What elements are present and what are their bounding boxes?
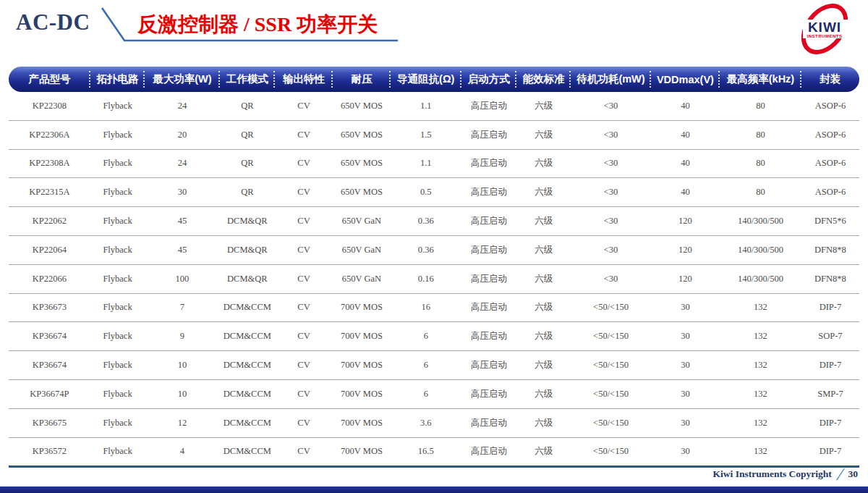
table-cell: 六级: [516, 322, 571, 351]
table-cell: DIP-7: [801, 351, 859, 380]
table-row: KP22064Flyback45DCM&QRCV650V GaN0.36高压启动…: [9, 235, 859, 264]
table-cell: Flyback: [90, 120, 145, 149]
table-cell: DCM&QR: [220, 235, 275, 264]
table-row: KP36674Flyback10DCM&CCMCV700V MOS6高压启动六级…: [9, 351, 859, 380]
table-cell: Flyback: [90, 379, 145, 408]
table-row: KP22308AFlyback24QRCV650V MOS1.1高压启动六级<3…: [9, 149, 859, 178]
table-cell: KP36673: [9, 293, 90, 322]
table-cell: <30: [571, 264, 651, 293]
table-cell: 高压启动: [461, 379, 516, 408]
table-cell: 80: [720, 92, 801, 120]
table-cell: 高压启动: [461, 351, 516, 380]
table-cell: Flyback: [90, 92, 145, 120]
table-cell: CV: [275, 379, 333, 408]
table-cell: 30: [651, 293, 720, 322]
page-number: 30: [848, 468, 859, 480]
logo-brand-text: KIWI: [808, 20, 841, 35]
column-header-7: 启动方式: [461, 67, 516, 92]
table-cell: 24: [145, 149, 219, 178]
table-cell: KP22315A: [9, 178, 90, 207]
table-cell: CV: [275, 120, 333, 149]
table-cell: 650V MOS: [333, 178, 391, 207]
table-cell: 高压启动: [461, 264, 516, 293]
table-cell: KP36674P: [9, 379, 90, 408]
table-cell: DCM&CCM: [220, 293, 275, 322]
table-cell: 30: [651, 322, 720, 351]
table-row: KP36674PFlyback10DCM&CCMCV700V MOS6高压启动六…: [9, 379, 859, 408]
table-cell: 120: [651, 264, 720, 293]
table-cell: Flyback: [90, 207, 145, 236]
table-cell: 132: [720, 293, 801, 322]
column-header-11: 最高频率(kHz): [720, 67, 801, 92]
table-cell: CV: [275, 207, 333, 236]
title-bar: AC-DC 反激控制器 / SSR 功率开关 KIWI INSTRUMENTS: [0, 0, 868, 65]
table-cell: KP22066: [9, 264, 90, 293]
table-cell: CV: [275, 264, 333, 293]
table-cell: DCM&CCM: [220, 351, 275, 380]
table-cell: 650V MOS: [333, 92, 391, 120]
table-cell: 100: [145, 264, 219, 293]
column-header-6: 导通阻抗(Ω): [391, 67, 461, 92]
bottom-accent-bar: [0, 486, 868, 493]
table-cell: 132: [720, 408, 801, 437]
table-cell: <30: [571, 178, 651, 207]
table-cell: DIP-7: [801, 293, 859, 322]
table-cell: DFN8*8: [801, 235, 859, 264]
table-cell: 40: [651, 92, 720, 120]
table-cell: ASOP-6: [801, 178, 859, 207]
table-cell: Flyback: [90, 408, 145, 437]
table-cell: 40: [651, 178, 720, 207]
table-cell: <30: [571, 149, 651, 178]
table-cell: 六级: [516, 207, 571, 236]
table-row: KP22066Flyback100DCM&QRCV650V GaN0.16高压启…: [9, 264, 859, 293]
column-header-3: 工作模式: [220, 67, 275, 92]
table-cell: 0.36: [391, 235, 461, 264]
table-cell: DIP-7: [801, 408, 859, 437]
table-cell: 120: [651, 235, 720, 264]
table-cell: Flyback: [90, 293, 145, 322]
table-cell: 六级: [516, 149, 571, 178]
table-cell: 六级: [516, 379, 571, 408]
table-cell: 六级: [516, 351, 571, 380]
table-cell: 30: [145, 178, 219, 207]
table-cell: 0.5: [391, 178, 461, 207]
table-cell: CV: [275, 235, 333, 264]
table-cell: KP22306A: [9, 120, 90, 149]
table-cell: 高压启动: [461, 178, 516, 207]
table-cell: 40: [651, 149, 720, 178]
table-row: KP22062Flyback45DCM&QRCV650V GaN0.36高压启动…: [9, 207, 859, 236]
table-cell: 4: [145, 437, 219, 467]
table-cell: 六级: [516, 264, 571, 293]
table-cell: 140/300/500: [720, 264, 801, 293]
table-row: KP22315AFlyback30QRCV650V MOS0.5高压启动六级<3…: [9, 178, 859, 207]
table-cell: KP36674: [9, 351, 90, 380]
table-cell: 132: [720, 322, 801, 351]
table-cell: QR: [220, 120, 275, 149]
table-row: KP36572Flyback4DCM&CCMCV700V MOS16.5高压启动…: [9, 437, 859, 467]
table-cell: CV: [275, 178, 333, 207]
table-cell: Flyback: [90, 178, 145, 207]
table-row: KP36673Flyback7DCM&CCMCV700V MOS16高压启动六级…: [9, 293, 859, 322]
kiwi-logo-icon: KIWI INSTRUMENTS: [787, 0, 862, 59]
table-cell: 700V MOS: [333, 437, 391, 467]
table-cell: Flyback: [90, 351, 145, 380]
table-cell: 6: [391, 322, 461, 351]
table-cell: 六级: [516, 293, 571, 322]
table-cell: 140/300/500: [720, 235, 801, 264]
table-cell: 9: [145, 322, 219, 351]
table-cell: 六级: [516, 408, 571, 437]
table-cell: 140/300/500: [720, 207, 801, 236]
product-table: 产品型号拓扑电路最大功率(W)工作模式输出特性耐压导通阻抗(Ω)启动方式能效标准…: [9, 67, 859, 468]
table-cell: <50/<150: [571, 408, 651, 437]
table-cell: 12: [145, 408, 219, 437]
table-cell: QR: [220, 92, 275, 120]
table-cell: 30: [651, 408, 720, 437]
footer: Kiwi Instruments Copyright / 30: [713, 466, 858, 482]
copyright-text: Kiwi Instruments Copyright: [713, 468, 832, 480]
table-cell: SOP-7: [801, 322, 859, 351]
table-row: KP22306AFlyback20QRCV650V MOS1.5高压启动六级<3…: [9, 120, 859, 149]
table-cell: ASOP-6: [801, 92, 859, 120]
logo-sub-text: INSTRUMENTS: [807, 34, 843, 38]
table-cell: 6: [391, 379, 461, 408]
table-header-row: 产品型号拓扑电路最大功率(W)工作模式输出特性耐压导通阻抗(Ω)启动方式能效标准…: [9, 67, 859, 92]
